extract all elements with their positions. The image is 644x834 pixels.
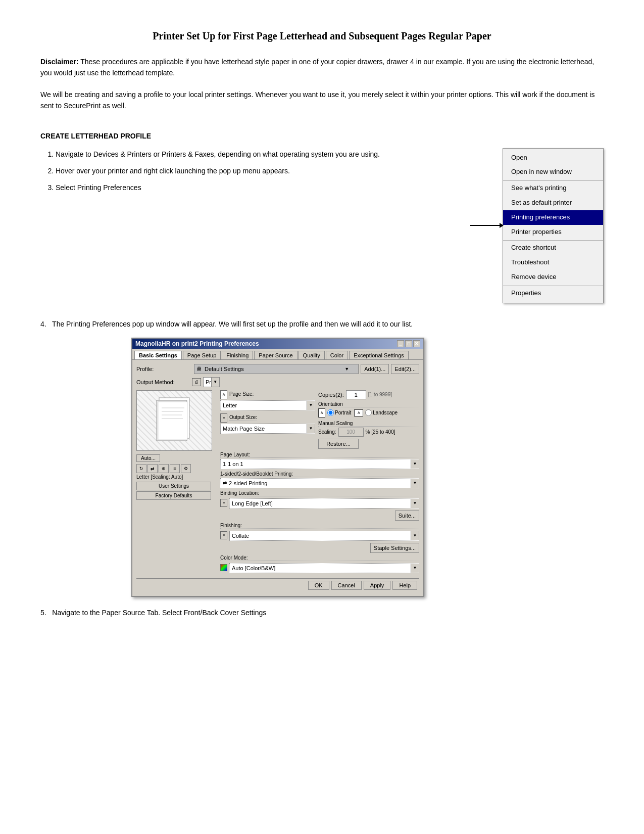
edit-button[interactable]: Edit(2)... xyxy=(391,364,419,374)
page-layout-select[interactable]: 1 1 on 1 ▼ xyxy=(220,459,419,469)
output-method-select[interactable]: Print ▼ xyxy=(203,377,220,387)
portrait-radio[interactable] xyxy=(327,409,334,416)
page-layout-section: Page Layout: 1 1 on 1 ▼ xyxy=(220,452,419,469)
binding-label: Binding Location: xyxy=(220,490,419,496)
context-menu-item-properties[interactable]: Properties xyxy=(503,286,603,301)
auto-button[interactable]: Auto... xyxy=(136,454,160,462)
restore-button[interactable]: Restore... xyxy=(318,439,359,449)
staple-settings-button[interactable]: Staple Settings... xyxy=(370,543,419,553)
tab-paper-source[interactable]: Paper Source xyxy=(254,351,297,359)
intro-block: We will be creating and saving a profile… xyxy=(40,89,604,112)
arrow-line xyxy=(470,225,501,226)
output-method-label: Output Method: xyxy=(136,379,192,385)
left-panel: Auto... ↻ ⇄ ⊕ ≡ ⚙ Letter [Scaling: Auto]… xyxy=(136,390,217,575)
context-menu-item-printer-props[interactable]: Printer properties xyxy=(503,225,603,240)
factory-defaults-button[interactable]: Factory Defaults xyxy=(136,491,211,500)
tab-page-setup[interactable]: Page Setup xyxy=(183,351,221,359)
tab-quality[interactable]: Quality xyxy=(299,351,325,359)
output-size-select[interactable]: Match Page Size ▼ xyxy=(220,424,315,434)
flip-icon[interactable]: ⇄ xyxy=(147,464,158,473)
profile-row: Profile: 🖶 Default Settings ▼ Add(1)... … xyxy=(136,364,419,374)
context-menu-item-open-new[interactable]: Open in new window xyxy=(503,165,603,179)
tab-color[interactable]: Color xyxy=(326,351,348,359)
cancel-button[interactable]: Cancel xyxy=(331,581,362,590)
copies-range: [1 to 9999] xyxy=(368,392,392,397)
page-size-select[interactable]: Letter ▼ xyxy=(220,400,315,410)
binding-value: Long Edge [Left] xyxy=(232,500,273,506)
output-size-label: Output Size: xyxy=(229,414,257,421)
apply-button[interactable]: Apply xyxy=(364,581,391,590)
color-mode-select[interactable]: Auto [Color/B&W] ▼ xyxy=(229,563,419,573)
landscape-radio[interactable] xyxy=(365,409,372,416)
step-1-text: Navigate to Devices & Printers or Printe… xyxy=(56,150,380,158)
landscape-radio-label[interactable]: A Landscape xyxy=(354,408,398,418)
disclaimer-block: Disclaimer: These procedures are applica… xyxy=(40,56,604,79)
output-section: 🖨 Print ▼ xyxy=(192,377,220,387)
binding-section: Binding Location: ≡ Long Edge [Left] ▼ S… xyxy=(220,490,419,521)
minimize-button[interactable]: _ xyxy=(397,340,404,347)
maximize-button[interactable]: □ xyxy=(405,340,412,347)
scaling-input[interactable] xyxy=(338,428,364,437)
rotate-icon[interactable]: ↻ xyxy=(136,464,146,473)
duplex-label: 1-sided/2-sided/Booklet Printing: xyxy=(220,471,419,477)
profile-value: Default Settings xyxy=(205,366,244,372)
context-menu-item-printing-prefs[interactable]: Printing preferences xyxy=(503,210,603,225)
finishing-section: Finishing: ≡ Collate ▼ Staple Settings..… xyxy=(220,523,419,553)
color-mode-icon xyxy=(220,564,227,571)
tab-exceptional-settings[interactable]: Exceptional Settings xyxy=(349,351,409,359)
orientation-group: A Portrait A Landscape xyxy=(318,408,419,418)
context-menu-item-set-default[interactable]: Set as default printer xyxy=(503,196,603,210)
settings-icon[interactable]: ⚙ xyxy=(181,464,191,473)
suite-button[interactable]: Suite... xyxy=(395,511,419,521)
profile-select[interactable]: 🖶 Default Settings ▼ xyxy=(194,364,359,374)
portrait-radio-label[interactable]: A Portrait xyxy=(318,408,351,418)
binding-select[interactable]: Long Edge [Left] ▼ xyxy=(229,498,419,508)
portrait-icon: A xyxy=(318,408,325,418)
main-content-area: Auto... ↻ ⇄ ⊕ ≡ ⚙ Letter [Scaling: Auto]… xyxy=(136,390,419,575)
step4-content: The Printing Preferences pop up window w… xyxy=(52,320,413,328)
page-size-arrow: ▼ xyxy=(307,401,315,410)
profile-label: Profile: xyxy=(136,366,192,372)
preview-box xyxy=(136,390,212,451)
scaling-input-row: Scaling: % [25 to 400] xyxy=(318,428,419,437)
extra-icon[interactable]: ≡ xyxy=(170,464,180,473)
scaling-label: Scaling: xyxy=(318,429,336,435)
close-button[interactable]: ✕ xyxy=(413,340,420,347)
tab-finishing[interactable]: Finishing xyxy=(222,351,253,359)
window-titlebar: MagnoliaHR on print2 Printing Preference… xyxy=(132,339,423,349)
duplex-select[interactable]: ⇄ 2-sided Printing ▼ xyxy=(220,478,419,488)
landscape-label: Landscape xyxy=(373,410,398,415)
ok-button[interactable]: OK xyxy=(308,581,329,590)
finishing-select[interactable]: Collate ▼ xyxy=(229,531,419,541)
color-mode-section: Color Mode: Auto [Color/B&W] ▼ xyxy=(220,555,419,573)
manual-scaling-label: Manual Scaling xyxy=(318,421,419,427)
zoom-icon[interactable]: ⊕ xyxy=(159,464,169,473)
copies-section: Copies(2): [1 to 9999] Orientation A Por… xyxy=(318,390,419,449)
suite-button-container: Suite... xyxy=(220,511,419,521)
page-title: Printer Set Up for First Page Letterhead… xyxy=(40,30,604,42)
user-settings-button[interactable]: User Settings xyxy=(136,482,211,490)
disclaimer-text: These procedures are applicable if you h… xyxy=(40,58,594,77)
tab-basic-settings[interactable]: Basic Settings xyxy=(134,351,182,359)
step5-number: 5. xyxy=(40,609,50,617)
context-menu-item-create-shortcut[interactable]: Create shortcut xyxy=(503,240,603,255)
context-menu-item-open[interactable]: Open xyxy=(503,151,603,165)
binding-arrow: ▼ xyxy=(411,499,419,508)
staple-button-container: Staple Settings... xyxy=(220,543,419,553)
window-tabs: Basic Settings Page Setup Finishing Pape… xyxy=(132,349,423,360)
help-button[interactable]: Help xyxy=(392,581,417,590)
printer-prefs-window: MagnoliaHR on print2 Printing Preference… xyxy=(131,338,424,597)
add-button[interactable]: Add(1)... xyxy=(361,364,389,374)
context-menu-item-see-printing[interactable]: See what's printing xyxy=(503,180,603,196)
step5-block: 5. Navigate to the Paper Source Tab. Sel… xyxy=(40,607,604,618)
step5-text: Navigate to the Paper Source Tab. Select… xyxy=(52,609,266,617)
list-item: Hover over your printer and right click … xyxy=(56,165,460,177)
context-menu: Open Open in new window See what's print… xyxy=(503,148,604,303)
context-menu-item-troubleshoot[interactable]: Troubleshoot xyxy=(503,255,603,270)
finishing-label: Finishing: xyxy=(220,523,419,529)
page-size-icon: A xyxy=(220,390,227,399)
context-menu-item-remove-device[interactable]: Remove device xyxy=(503,270,603,285)
copies-input[interactable] xyxy=(346,390,366,399)
step4-block: 4. The Printing Preferences pop up windo… xyxy=(40,318,604,597)
binding-icon: ≡ xyxy=(220,499,227,507)
